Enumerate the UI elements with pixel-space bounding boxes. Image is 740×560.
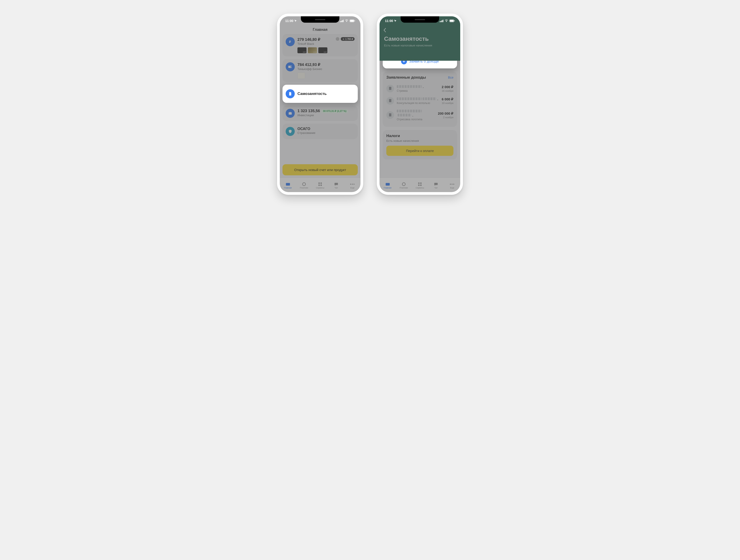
status-bar: 11:00 — [280, 16, 361, 25]
open-product-button[interactable]: Открыть новый счет или продукт — [282, 164, 358, 175]
card-thumbnail[interactable] — [318, 47, 328, 53]
insurance-title: ОСАГО — [297, 127, 355, 131]
status-time-text: 11:00 — [385, 19, 393, 23]
tab-home[interactable]: Главная — [280, 182, 296, 189]
payments-icon — [301, 182, 306, 186]
status-bar: 11:00 — [379, 16, 460, 25]
wifi-icon — [345, 19, 349, 22]
svg-rect-0 — [340, 21, 341, 22]
cellular-icon — [440, 20, 444, 22]
account-card-invest[interactable]: 1 323 135,56 30 073,31 ₽ (2,27 %) Инвест… — [282, 106, 358, 121]
document-icon — [286, 89, 295, 98]
tab-label: Главная — [284, 187, 292, 189]
svg-point-14 — [350, 184, 351, 185]
income-row[interactable]: . Отрисовка логотипа 200 000 ₽ 2 ноября — [386, 107, 453, 123]
svg-rect-27 — [420, 182, 422, 184]
status-time: 11:00 — [285, 19, 297, 23]
account-card-business[interactable]: 784 412,93 ₽ Тинькофф Бизнес — [282, 59, 358, 82]
tab-home[interactable]: Главная — [379, 182, 396, 189]
tab-payments[interactable]: Платежи — [396, 182, 412, 189]
tab-bar: Главная Платежи Сервисы Чат Еще — [280, 178, 361, 192]
back-button[interactable] — [383, 28, 386, 33]
tab-services[interactable]: Сервисы — [312, 182, 328, 189]
svg-rect-5 — [350, 20, 354, 22]
svg-point-16 — [354, 184, 355, 185]
phone-mockup-right: 11:00 Самозанятость Есть новые налоговые… — [377, 14, 463, 195]
taxes-section: Налоги Есть новые начисления Перейти к о… — [383, 130, 457, 159]
insurance-sub: Страхование — [297, 131, 355, 134]
tab-label: Чат — [434, 187, 438, 189]
svg-rect-10 — [318, 182, 320, 184]
redacted-name — [397, 85, 422, 88]
accounts-list[interactable]: ₽ 279 146,80 ₽ Tinkoff Black 1 783 ₽ — [280, 34, 361, 163]
account-badges: 1 783 ₽ — [336, 37, 355, 41]
account-name: Tinkoff Black — [297, 42, 355, 45]
taxes-pay-button[interactable]: Перейти к оплате — [386, 146, 453, 156]
svg-rect-22 — [450, 20, 454, 22]
tab-payments[interactable]: Платежи — [296, 182, 312, 189]
incomes-section: Заявленные доходы Все . Стрижка 2 000 ₽ … — [383, 72, 457, 127]
tab-services[interactable]: Сервисы — [412, 182, 428, 189]
page-title: Главная — [280, 26, 361, 34]
income-date: 16 ноября — [442, 90, 453, 92]
svg-rect-28 — [418, 185, 420, 186]
svg-rect-23 — [454, 20, 455, 21]
svg-rect-26 — [418, 182, 420, 184]
chat-icon — [434, 182, 439, 186]
body[interactable]: + Заявить о доходе Заявленные доходы Все… — [379, 61, 460, 178]
tab-label: Платежи — [300, 187, 308, 189]
svg-point-9 — [302, 183, 305, 186]
tab-chat[interactable]: Чат — [428, 182, 444, 189]
svg-rect-8 — [286, 183, 290, 186]
declare-income-button[interactable]: + Заявить о доходе — [383, 61, 457, 69]
battery-icon — [350, 19, 355, 22]
receipt-icon — [386, 85, 394, 92]
card-thumbnail[interactable] — [308, 47, 317, 53]
self-employed-card[interactable]: Самозанятость — [282, 85, 358, 103]
shield-icon — [286, 127, 295, 136]
income-amount: 200 000 ₽ — [438, 111, 453, 116]
battery-icon — [449, 19, 455, 22]
svg-rect-19 — [442, 20, 442, 22]
income-row[interactable]: . Стрижка 2 000 ₽ 16 ноября — [386, 83, 453, 95]
income-row[interactable]: . Консультация по использо 6 000 ₽ 10 но… — [386, 95, 453, 107]
services-icon — [317, 182, 322, 186]
svg-rect-3 — [343, 20, 344, 22]
tab-more[interactable]: Еще — [344, 182, 361, 189]
status-icons — [340, 19, 355, 22]
wifi-icon — [445, 19, 448, 22]
card-thumbnails — [297, 73, 355, 79]
more-icon — [450, 182, 455, 186]
wallet-thumbnail[interactable] — [297, 73, 305, 79]
ruble-icon: ₽ — [286, 37, 295, 46]
cellular-icon — [340, 20, 344, 22]
payments-icon — [401, 182, 406, 186]
points-badge[interactable]: 1 783 ₽ — [341, 37, 355, 41]
home-icon — [385, 182, 390, 186]
account-card-tinkoff-black[interactable]: ₽ 279 146,80 ₽ Tinkoff Black 1 783 ₽ — [282, 34, 358, 57]
status-icons — [440, 19, 455, 22]
svg-point-32 — [453, 184, 454, 185]
phone-mockup-left: 11:00 Главная ₽ 279 146,80 ₽ Tinkoff Bla… — [277, 14, 363, 195]
wallet-icon — [286, 62, 295, 71]
receipt-icon — [386, 97, 394, 105]
invest-name: Инвестиции — [297, 113, 355, 117]
tab-chat[interactable]: Чат — [328, 182, 344, 189]
svg-rect-1 — [341, 21, 342, 22]
income-date: 10 ноября — [442, 102, 453, 104]
home-icon — [285, 182, 290, 186]
svg-text:₽: ₽ — [289, 40, 291, 43]
svg-rect-29 — [420, 185, 422, 186]
income-amount: 6 000 ₽ — [442, 97, 453, 101]
account-card-insurance[interactable]: ОСАГО Страхование — [282, 124, 358, 139]
tab-more[interactable]: Еще — [444, 182, 460, 189]
income-date: 2 ноября — [438, 116, 453, 119]
card-thumbnail[interactable] — [297, 47, 306, 53]
main-screen: Главная ₽ 279 146,80 ₽ Tinkoff Black — [280, 16, 361, 192]
tab-label: Сервисы — [415, 187, 424, 189]
tab-label: Еще — [350, 187, 354, 189]
svg-rect-12 — [318, 185, 320, 186]
tab-label: Еще — [450, 187, 454, 189]
declare-income-label: Заявить о доходе — [409, 61, 439, 64]
incomes-all-link[interactable]: Все — [448, 76, 453, 79]
